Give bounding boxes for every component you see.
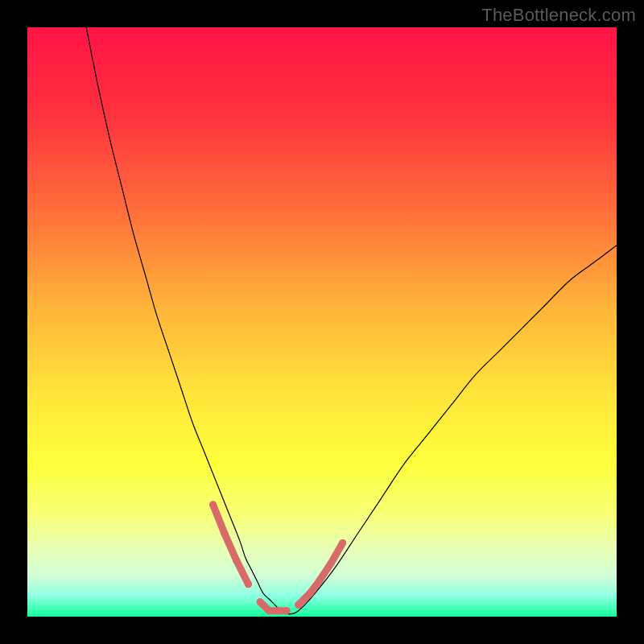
svg-point-20	[307, 589, 314, 597]
svg-point-4	[209, 501, 217, 508]
svg-point-22	[327, 560, 334, 568]
svg-line-2	[225, 535, 237, 561]
svg-point-12	[266, 607, 273, 614]
corridor-markers	[209, 501, 346, 614]
svg-point-21	[316, 578, 323, 585]
chart-container: TheBottleneck.com	[0, 0, 644, 644]
watermark-text: TheBottleneck.com	[481, 5, 636, 26]
plot-area	[27, 27, 617, 617]
svg-line-3	[237, 560, 249, 584]
svg-point-11	[257, 598, 264, 605]
svg-point-19	[295, 601, 302, 609]
svg-point-14	[283, 607, 291, 614]
svg-point-23	[339, 539, 346, 547]
svg-point-13	[275, 607, 282, 614]
svg-point-7	[245, 580, 252, 588]
bottleneck-curve	[86, 27, 617, 614]
chart-curves	[27, 27, 617, 617]
svg-point-6	[233, 557, 240, 564]
svg-line-1	[213, 505, 225, 535]
svg-point-5	[221, 530, 229, 538]
